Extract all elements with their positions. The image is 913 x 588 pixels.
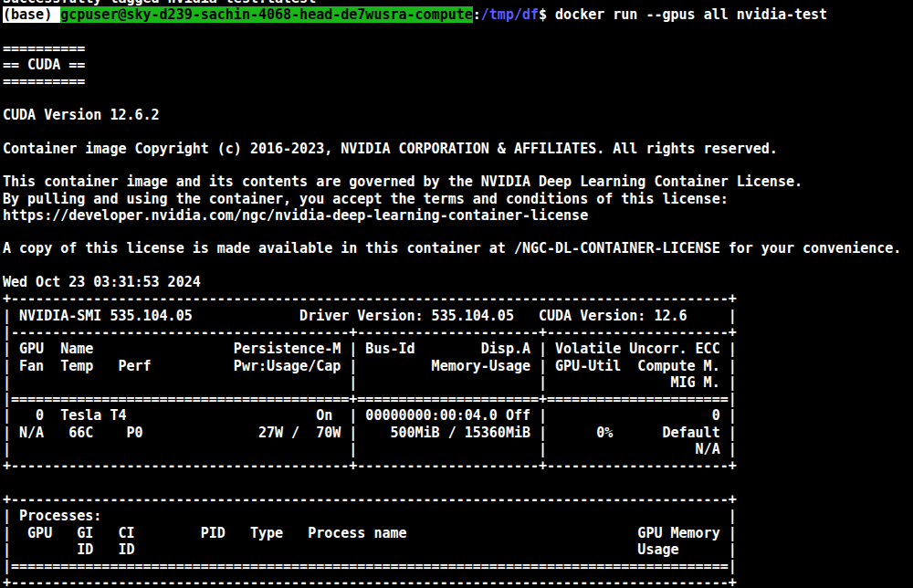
blank-line: [3, 475, 913, 491]
command-text: docker run --gpus all nvidia-test: [555, 6, 827, 23]
blank-line: [3, 24, 913, 40]
processes-table-line: |=======================================…: [3, 558, 913, 574]
smi-table-line: +---------------------------------------…: [3, 290, 913, 307]
blank-line: [3, 123, 913, 140]
license-line: This container image and its contents ar…: [3, 173, 913, 190]
prompt-user-host: gcpuser@sky-d239-sachin-4068-head-de7wus…: [60, 6, 473, 23]
cuda-banner-line: ==========: [3, 40, 913, 57]
prompt-line: (base) gcpuser@sky-d239-sachin-4068-head…: [3, 6, 913, 23]
blank-line: [3, 257, 913, 274]
smi-table-line: | NVIDIA-SMI 535.104.05 Driver Version: …: [3, 308, 913, 324]
license-url-line: https://developer.nvidia.com/ngc/nvidia-…: [3, 207, 913, 224]
smi-table-gpu-row: | N/A 66C P0 27W / 70W | 500MiB / 15360M…: [3, 425, 913, 441]
license-line: By pulling and using the container, you …: [3, 191, 913, 207]
conda-env-badge: (base): [3, 6, 60, 23]
blank-line: [3, 157, 913, 173]
processes-table-line: +---------------------------------------…: [3, 574, 913, 588]
processes-table-line: | GPU GI CI PID Type Process name GPU Me…: [3, 525, 913, 541]
smi-table-gpu-row: | 0 Tesla T4 On | 00000000:00:04.0 Off |…: [3, 407, 913, 424]
cuda-banner-line: == CUDA ==: [3, 57, 913, 73]
prompt-colon: :: [473, 6, 481, 23]
processes-table-line: +---------------------------------------…: [3, 491, 913, 508]
cuda-version-line: CUDA Version 12.6.2: [3, 107, 913, 123]
smi-table-gpu-row: | | | N/A |: [3, 441, 913, 457]
prompt-dollar: $: [539, 6, 555, 23]
smi-table-line: +---------------------------------------…: [3, 457, 913, 474]
processes-table-line: | Processes: |: [3, 508, 913, 524]
blank-line: [3, 90, 913, 107]
smi-table-line: |---------------------------------------…: [3, 324, 913, 341]
build-output-line: Successfully tagged nvidia-test:latest: [3, 0, 913, 6]
blank-line: [3, 224, 913, 240]
terminal-screen[interactable]: Successfully tagged nvidia-test:latest (…: [0, 0, 913, 588]
cuda-banner-line: ==========: [3, 73, 913, 89]
processes-table-line: | ID ID Usage |: [3, 541, 913, 558]
license-copy-line: A copy of this license is made available…: [3, 240, 913, 257]
prompt-cwd: /tmp/df: [481, 6, 539, 23]
smi-table-line: | Fan Temp Perf Pwr:Usage/Cap | Memory-U…: [3, 358, 913, 374]
timestamp-line: Wed Oct 23 03:31:53 2024: [3, 274, 913, 290]
smi-table-line: | | | MIG M. |: [3, 374, 913, 391]
copyright-line: Container image Copyright (c) 2016-2023,…: [3, 141, 913, 157]
smi-table-line: | GPU Name Persistence-M | Bus-Id Disp.A…: [3, 341, 913, 357]
terminal-scrollback: Successfully tagged nvidia-test:latest (…: [3, 0, 913, 588]
smi-table-line: |=======================================…: [3, 391, 913, 407]
